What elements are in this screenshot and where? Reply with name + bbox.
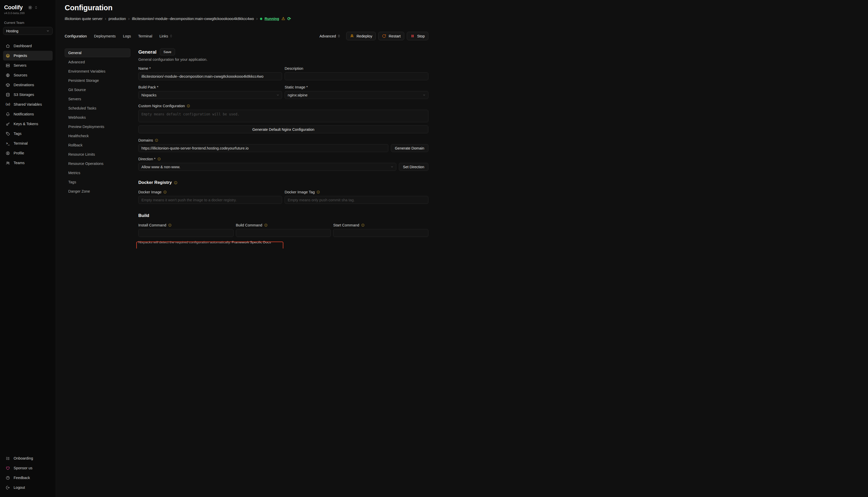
subnav-item-tags[interactable]: Tags [65, 178, 130, 186]
tab-label: Links [160, 34, 168, 38]
subnav-item-scheduled-tasks[interactable]: Scheduled Tasks [65, 104, 130, 113]
advanced-dropdown[interactable]: Advanced [319, 34, 341, 38]
sidebar-item-label: S3 Storages [14, 93, 34, 97]
info-icon[interactable] [174, 181, 178, 185]
info-icon[interactable] [157, 157, 161, 161]
sidebar-item-label: Destinations [14, 83, 34, 87]
info-icon[interactable] [361, 223, 365, 227]
refresh-status-icon[interactable]: ⟳ [287, 17, 291, 21]
direction-label: Direction * [138, 157, 155, 161]
chevrons-up-down-icon[interactable] [35, 6, 38, 9]
general-form: General Save General configuration for y… [130, 48, 428, 248]
advanced-label: Advanced [319, 34, 336, 38]
description-input[interactable] [285, 72, 428, 80]
sidebar-item-keys-tokens[interactable]: Keys & Tokens [3, 119, 53, 129]
tab-configuration[interactable]: Configuration [65, 34, 87, 38]
sidebar-item-label: Servers [14, 63, 26, 68]
generate-nginx-button[interactable]: Generate Default Nginx Configuration [138, 125, 428, 133]
build-pack-value: Nixpacks [141, 93, 156, 97]
breadcrumb-environment[interactable]: production [109, 17, 126, 21]
sidebar-item-teams[interactable]: Teams [3, 158, 53, 168]
sidebar-item-projects[interactable]: Projects [3, 51, 53, 60]
subnav-item-metrics[interactable]: Metrics [65, 169, 130, 177]
subnav-item-webhooks[interactable]: Webhooks [65, 113, 130, 122]
breadcrumb-application[interactable]: illicitestonion/-module--decomposition:m… [132, 17, 254, 21]
team-select-value: Hosting [6, 29, 18, 33]
breadcrumb-project[interactable]: illicitonion quote server [65, 17, 103, 21]
sidebar-item-dashboard[interactable]: Dashboard [3, 41, 53, 51]
info-icon[interactable] [316, 190, 320, 194]
set-direction-button[interactable]: Set Direction [399, 163, 428, 171]
status-running-link[interactable]: Running [265, 17, 279, 21]
tag-icon [5, 131, 10, 136]
info-icon[interactable] [187, 104, 190, 108]
subnav-item-advanced[interactable]: Advanced [65, 58, 130, 67]
subnav-item-rollback[interactable]: Rollback [65, 141, 130, 150]
tab-deployments[interactable]: Deployments [94, 34, 116, 38]
sidebar-item-destinations[interactable]: Destinations [3, 80, 53, 90]
tab-terminal[interactable]: Terminal [138, 34, 152, 38]
warning-icon[interactable]: ⚠ [281, 17, 285, 21]
redeploy-label: Redeploy [357, 34, 372, 38]
chevron-down-icon [390, 165, 394, 169]
tab-links[interactable]: Links [160, 34, 173, 38]
sidebar-item-notifications[interactable]: Notifications [3, 109, 53, 119]
build-command-input[interactable] [236, 229, 331, 237]
subnav-item-preview-deployments[interactable]: Preview Deployments [65, 122, 130, 131]
domains-input[interactable] [138, 144, 388, 152]
docker-image-tag-input[interactable] [285, 196, 428, 204]
team-label: Current Team [3, 21, 53, 25]
nginx-config-textarea[interactable] [138, 110, 428, 122]
start-command-input[interactable] [333, 229, 428, 237]
generate-domain-button[interactable]: Generate Domain [391, 144, 428, 152]
sidebar-item-sources[interactable]: Sources [3, 70, 53, 80]
sidebar-item-label: Keys & Tokens [14, 122, 38, 126]
sidebar-item-servers[interactable]: Servers [3, 60, 53, 70]
subnav-item-servers[interactable]: Servers [65, 95, 130, 103]
subnav-item-danger-zone[interactable]: Danger Zone [65, 187, 130, 196]
subnav-item-git-source[interactable]: Git Source [65, 85, 130, 94]
static-image-select[interactable]: nginx:alpine [285, 91, 428, 99]
settings-subnav: General Advanced Environment Variables P… [65, 48, 130, 248]
restart-icon [382, 34, 386, 38]
subnav-item-persistent-storage[interactable]: Persistent Storage [65, 76, 130, 85]
info-icon[interactable] [264, 223, 268, 227]
sidebar-item-shared-variables[interactable]: (x) Shared Variables [3, 100, 53, 109]
info-icon[interactable] [155, 139, 159, 142]
stop-button[interactable]: Stop [407, 32, 428, 40]
static-image-label: Static Image * [285, 85, 308, 89]
build-command-label: Build Command [236, 223, 262, 227]
subnav-item-healthcheck[interactable]: Healthcheck [65, 131, 130, 140]
subnav-item-environment-variables[interactable]: Environment Variables [65, 67, 130, 76]
subnav-item-general[interactable]: General [65, 48, 130, 57]
subnav-item-resource-limits[interactable]: Resource Limits [65, 150, 130, 159]
build-pack-select[interactable]: Nixpacks [138, 91, 282, 99]
docker-image-input[interactable] [138, 196, 282, 204]
restart-button[interactable]: Restart [378, 32, 404, 40]
chevron-down-icon [46, 29, 50, 32]
subnav-item-resource-operations[interactable]: Resource Operations [65, 159, 130, 168]
sidebar-item-tags[interactable]: Tags [3, 129, 53, 139]
direction-select[interactable]: Allow www & non-www. [138, 163, 396, 171]
docker-image-tag-label: Docker Image Tag [285, 190, 315, 194]
layers-icon [5, 54, 10, 58]
tab-label: Deployments [94, 34, 116, 38]
theme-sun-icon[interactable] [28, 5, 32, 10]
install-command-input[interactable] [138, 229, 234, 237]
nginx-config-label: Custom Nginx Configuration [138, 104, 185, 108]
save-button[interactable]: Save [160, 48, 175, 55]
sidebar-item-s3-storages[interactable]: S3 Storages [3, 90, 53, 100]
name-input[interactable] [138, 72, 282, 80]
redeploy-button[interactable]: Redeploy [346, 32, 376, 40]
framework-docs-link[interactable]: Framework Specific Docs [232, 240, 271, 244]
info-icon[interactable] [163, 190, 167, 194]
description-label: Description [285, 67, 303, 71]
info-icon[interactable] [168, 223, 172, 227]
breadcrumb-separator: › [128, 16, 129, 21]
tab-logs[interactable]: Logs [123, 34, 131, 38]
team-select[interactable]: Hosting [3, 27, 53, 35]
sidebar-item-terminal[interactable]: >_ Terminal [3, 139, 53, 148]
sidebar-item-profile[interactable]: Profile [3, 148, 53, 158]
install-command-label: Install Command [138, 223, 166, 227]
docker-image-label: Docker Image [138, 190, 162, 194]
